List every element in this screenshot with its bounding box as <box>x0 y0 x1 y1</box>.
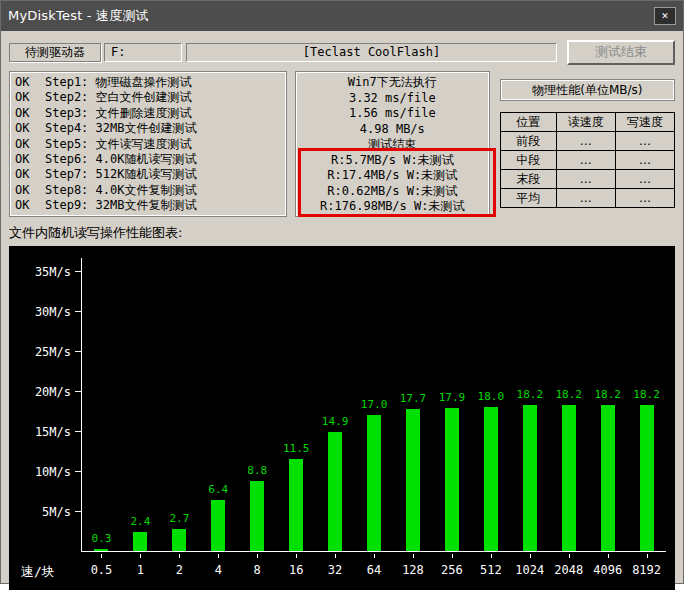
bar-value-label: 17.7 <box>400 392 427 405</box>
step-status: OK <box>15 121 45 136</box>
performance-chart: 35M/s30M/s25M/s20M/s15M/s10M/s5M/s0.32.4… <box>9 246 675 590</box>
x-axis-category: 8 <box>238 563 277 581</box>
step-label: Step8: 4.0K文件复制测试 <box>45 183 281 198</box>
step-row: OKStep1: 物理磁盘操作测试 <box>15 75 281 90</box>
y-axis-tick-label: 25M/s <box>9 344 71 360</box>
bar-value-label: 2.7 <box>169 512 189 525</box>
step-row: OKStep7: 512K随机读写测试 <box>15 167 281 182</box>
bar-slot: 18.2 <box>588 246 627 551</box>
perf-row-label: 平均 <box>500 189 556 208</box>
step-label: Step2: 空白文件创建测试 <box>45 90 281 105</box>
drive-letter-select[interactable]: F: <box>104 43 182 62</box>
perf-col-header: 读速度 <box>556 113 615 132</box>
x-axis-category: 64 <box>355 563 394 581</box>
perf-write-value: … <box>615 189 674 208</box>
bar-value-label: 11.5 <box>283 442 310 455</box>
step-label: Step1: 物理磁盘操作测试 <box>45 75 281 90</box>
bar-value-label: 18.2 <box>517 388 544 401</box>
chart-bar <box>250 481 264 551</box>
window-title: MyDiskTest - 速度测试 <box>8 7 654 25</box>
bar-value-label: 18.2 <box>633 388 660 401</box>
step-label: Step4: 32MB文件创建测试 <box>45 121 281 136</box>
step-row: OKStep4: 32MB文件创建测试 <box>15 121 281 136</box>
x-axis <box>81 551 666 552</box>
bar-slot: 17.9 <box>432 246 471 551</box>
x-axis-category: 1 <box>121 563 160 581</box>
close-icon: ✕ <box>661 11 669 21</box>
chart-bar <box>445 408 459 551</box>
perf-write-value: … <box>615 170 674 189</box>
perf-write-value: … <box>615 151 674 170</box>
bar-value-label: 18.2 <box>594 388 621 401</box>
step-label: Step7: 512K随机读写测试 <box>45 167 281 182</box>
y-axis-tick-label: 5M/s <box>9 504 71 520</box>
x-axis-category: 32 <box>316 563 355 581</box>
chart-bars: 0.32.42.76.48.811.514.917.017.717.918.01… <box>82 246 666 551</box>
chart-bar <box>601 405 615 551</box>
step-row: OKStep8: 4.0K文件复制测试 <box>15 183 281 198</box>
step-row: OKStep6: 4.0K随机读写测试 <box>15 152 281 167</box>
step-label: Step6: 4.0K随机读写测试 <box>45 152 281 167</box>
x-axis-category: 4096 <box>588 563 627 581</box>
y-axis-tick-label: 15M/s <box>9 424 71 440</box>
chart-bar <box>523 405 537 551</box>
bar-slot: 18.0 <box>471 246 510 551</box>
chart-bar <box>640 405 654 551</box>
status-panels: OKStep1: 物理磁盘操作测试OKStep2: 空白文件创建测试OKStep… <box>9 71 675 217</box>
physical-performance-section: 物理性能(单位MB/s) 位置读速度写速度前段……中段……末段……平均…… <box>500 71 675 208</box>
perf-read-value: … <box>556 170 615 189</box>
result-line: 1.56 ms/file <box>296 106 489 122</box>
bar-slot: 18.2 <box>627 246 666 551</box>
bar-slot: 2.4 <box>121 246 160 551</box>
chart-bar <box>289 459 303 551</box>
chart-bar <box>133 532 147 551</box>
x-axis-category: 16 <box>277 563 316 581</box>
step-status: OK <box>15 152 45 167</box>
chart-bar <box>406 409 420 551</box>
perf-row-label: 前段 <box>500 132 556 151</box>
x-axis-category: 256 <box>432 563 471 581</box>
bar-slot: 18.2 <box>510 246 549 551</box>
perf-table: 位置读速度写速度前段……中段……末段……平均…… <box>500 112 675 208</box>
perf-row-label: 末段 <box>500 170 556 189</box>
bar-slot: 17.0 <box>355 246 394 551</box>
y-axis-tick <box>75 311 82 312</box>
x-axis-labels: 0.512481632641282565121024204840968192 <box>82 563 666 581</box>
perf-read-value: … <box>556 132 615 151</box>
step-status: OK <box>15 183 45 198</box>
y-axis-tick <box>75 271 82 272</box>
perf-col-header: 位置 <box>500 113 556 132</box>
test-end-button[interactable]: 测试结束 <box>567 40 675 65</box>
chart-bar <box>484 407 498 551</box>
chart-bar <box>94 549 108 551</box>
step-row: OKStep5: 文件读写速度测试 <box>15 137 281 152</box>
x-axis-category: 2 <box>160 563 199 581</box>
chart-title: 文件内随机读写操作性能图表: <box>9 224 675 242</box>
x-axis-category: 2048 <box>549 563 588 581</box>
steps-panel: OKStep1: 物理磁盘操作测试OKStep2: 空白文件创建测试OKStep… <box>9 71 287 217</box>
y-axis-tick <box>75 511 82 512</box>
bar-value-label: 8.8 <box>247 464 267 477</box>
close-button[interactable]: ✕ <box>654 7 676 25</box>
chart-bar <box>328 432 342 551</box>
bar-value-label: 0.3 <box>92 532 112 545</box>
bar-value-label: 18.2 <box>555 388 582 401</box>
step-row: OKStep3: 文件删除速度测试 <box>15 106 281 121</box>
perf-header: 物理性能(单位MB/s) <box>500 79 675 101</box>
window-content: 待测驱动器 F: [Teclast CoolFlash] 测试结束 OKStep… <box>1 39 683 590</box>
step-label: Step9: 32MB文件复制测试 <box>45 198 281 213</box>
bar-slot: 18.2 <box>549 246 588 551</box>
perf-read-value: … <box>556 151 615 170</box>
bar-slot: 0.3 <box>82 246 121 551</box>
step-label: Step3: 文件删除速度测试 <box>45 106 281 121</box>
titlebar: MyDiskTest - 速度测试 ✕ <box>1 1 683 31</box>
perf-col-header: 写速度 <box>615 113 674 132</box>
drive-label: 待测驱动器 <box>9 43 101 62</box>
chart-bar <box>367 415 381 551</box>
chart-bar <box>562 405 576 551</box>
bar-slot: 8.8 <box>238 246 277 551</box>
perf-row-label: 中段 <box>500 151 556 170</box>
perf-header-row: 位置读速度写速度 <box>500 113 674 132</box>
x-axis-unit-label: 速/块 <box>21 563 55 581</box>
x-axis-category: 4 <box>199 563 238 581</box>
